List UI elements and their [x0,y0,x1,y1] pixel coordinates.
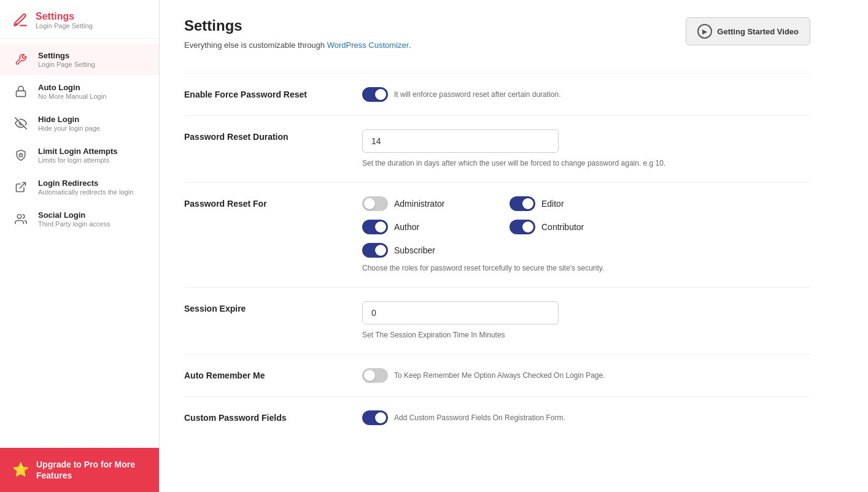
section-password-reset-duration: Password Reset Duration Set the duration… [184,115,810,182]
input-password-reset-duration[interactable] [362,129,559,153]
toggle-author[interactable] [362,220,388,234]
subtitle-end: . [409,40,411,50]
toggle-subscriber[interactable] [362,243,388,258]
toggle-slider-author [362,220,388,234]
role-label-contributor: Contributor [541,222,584,232]
control-session-expire: Set The Session Expiration Time In Minut… [362,301,810,340]
role-label-subscriber: Subscriber [394,245,435,255]
label-auto-remember-me: Auto Remember Me [184,368,344,380]
sidebar-item-social-login[interactable]: Social Login Third Party login access [0,203,159,235]
svg-rect-1 [17,91,26,96]
row-enable-force-password: Enable Force Password Reset It will enfo… [184,87,810,102]
sidebar-item-limit-login-desc: Limits for login attempts [38,156,118,164]
toggle-administrator[interactable] [362,196,388,211]
sidebar-item-limit-login[interactable]: Limit Login Attempts Limits for login at… [0,139,159,171]
sidebar-item-login-redirects[interactable]: Login Redirects Automatically redirects … [0,171,159,203]
lock-icon [12,83,29,100]
sidebar-item-auto-login-label: Auto Login [38,83,106,92]
getting-started-label: Getting Started Video [717,27,799,36]
desc-enable-force-password: It will enforce password reset after cer… [394,89,560,100]
label-enable-force-password: Enable Force Password Reset [184,87,344,99]
row-password-reset-for: Password Reset For Administrator [184,196,810,274]
toggle-auto-remember-me[interactable] [362,368,388,383]
sidebar-item-auto-login[interactable]: Auto Login No More Manual Login [0,75,159,107]
role-row-subscriber: Subscriber [362,243,473,258]
sidebar-item-login-redirects-desc: Automatically redirects the login [38,188,133,196]
sidebar-item-login-redirects-label: Login Redirects [38,179,133,188]
sidebar-item-social-login-label: Social Login [38,210,110,220]
role-label-administrator: Administrator [394,199,444,209]
toggle-editor[interactable] [510,196,535,211]
toggle-enable-force-password[interactable] [362,87,388,102]
play-icon: ▶ [697,24,712,39]
desc-custom-password-fields: Add Custom Password Fields On Registrati… [394,412,565,423]
row-password-reset-duration: Password Reset Duration Set the duration… [184,129,810,169]
control-auto-remember-me: To Keep Remember Me Option Always Checke… [362,368,810,383]
svg-line-4 [20,183,25,188]
row-auto-remember-me: Auto Remember Me To Keep Remember Me Opt… [184,368,810,383]
sidebar-item-hide-login-desc: Hide your login page [38,125,100,132]
sidebar-item-settings-label: Settings [38,51,95,60]
user-group-icon [12,210,29,228]
row-custom-password-fields: Custom Password Fields Add Custom Passwo… [184,410,810,425]
toggle-slider-auto-remember-me [362,368,388,383]
toggle-slider-subscriber [362,243,388,258]
toggle-slider-custom-password-fields [362,410,388,425]
sidebar-item-auto-login-desc: No More Manual Login [38,93,106,100]
label-password-reset-for: Password Reset For [184,196,344,209]
desc-auto-remember-me: To Keep Remember Me Option Always Checke… [394,370,605,381]
toggle-slider [362,87,388,102]
page-title: Settings [184,17,411,34]
sidebar-item-hide-login[interactable]: Hide Login Hide your login page [0,107,159,139]
role-label-author: Author [394,222,419,232]
sidebar-header: Settings Login Page Setting [0,0,159,39]
sidebar-item-limit-login-label: Limit Login Attempts [38,147,118,156]
sidebar-title: Settings [36,11,93,22]
control-password-reset-for: Administrator Editor [362,196,810,274]
desc-password-reset-duration: Set the duration in days after which the… [362,158,810,169]
role-row-author: Author [362,220,473,234]
subtitle-text: Everything else is customizable through [184,40,327,50]
upgrade-label: Upgrade to Pro for More Features [36,459,147,481]
sidebar-item-settings-desc: Login Page Setting [38,61,95,68]
label-custom-password-fields: Custom Password Fields [184,410,344,423]
page-subtitle: Everything else is customizable through … [184,40,411,50]
svg-point-5 [17,215,21,219]
control-custom-password-fields: Add Custom Password Fields On Registrati… [362,410,810,425]
toggle-custom-password-fields[interactable] [362,410,388,425]
section-custom-password-fields: Custom Password Fields Add Custom Passwo… [184,396,810,439]
wrench-icon [12,51,29,68]
section-session-expire: Session Expire Set The Session Expiratio… [184,287,810,354]
star-icon: ⭐ [12,462,29,478]
settings-icon [12,12,28,28]
sidebar-subtitle: Login Page Setting [36,22,93,29]
toggle-slider-contributor [510,220,535,234]
external-link-icon [12,179,29,196]
sidebar-nav: Settings Login Page Setting Auto Login N… [0,39,159,448]
role-row-contributor: Contributor [510,220,620,234]
upgrade-button[interactable]: ⭐ Upgrade to Pro for More Features [0,448,159,492]
control-enable-force-password: It will enforce password reset after cer… [362,87,810,102]
role-row-administrator: Administrator [362,196,473,211]
main-header: Settings Everything else is customizable… [184,17,810,68]
eye-slash-icon [12,115,29,132]
sidebar-item-hide-login-label: Hide Login [38,115,100,124]
shield-icon [12,147,29,164]
role-label-editor: Editor [541,199,564,209]
section-auto-remember-me: Auto Remember Me To Keep Remember Me Opt… [184,354,810,396]
role-row-editor: Editor [510,196,620,211]
label-password-reset-duration: Password Reset Duration [184,129,344,142]
toggle-slider-editor [510,196,535,211]
sidebar: Settings Login Page Setting Settings Log… [0,0,160,492]
main-content: Settings Everything else is customizable… [160,0,868,492]
label-session-expire: Session Expire [184,301,344,313]
toggle-slider-administrator [362,196,388,211]
section-password-reset-for: Password Reset For Administrator [184,182,810,287]
input-session-expire[interactable] [362,301,559,325]
roles-grid: Administrator Editor [362,196,620,258]
desc-session-expire: Set The Session Expiration Time In Minut… [362,329,810,340]
toggle-contributor[interactable] [510,220,535,234]
wordpress-customizer-link[interactable]: WordPress Customizer [327,40,409,50]
sidebar-item-settings[interactable]: Settings Login Page Setting [0,44,159,75]
getting-started-button[interactable]: ▶ Getting Started Video [686,17,810,45]
